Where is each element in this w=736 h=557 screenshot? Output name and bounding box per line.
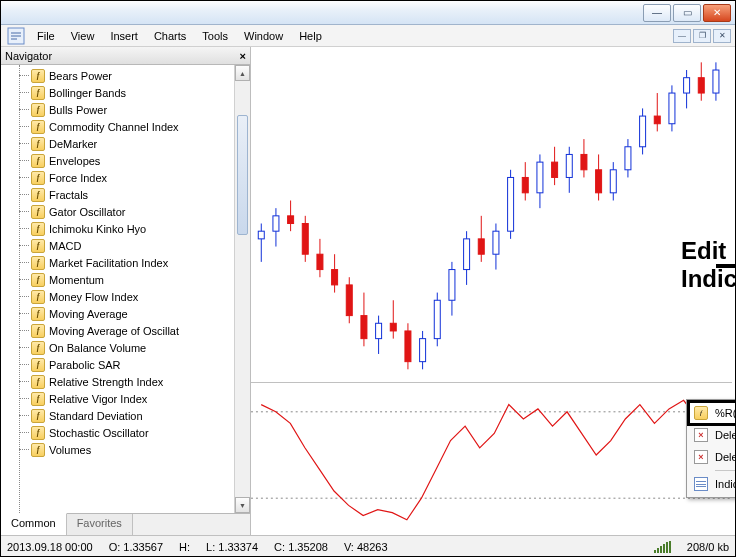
indicator-item[interactable]: fMoving Average of Oscillat bbox=[31, 322, 250, 339]
indicator-icon: f bbox=[31, 256, 45, 270]
mdi-close-button[interactable]: ✕ bbox=[713, 29, 731, 43]
indicator-icon: f bbox=[31, 290, 45, 304]
indicator-icon: f bbox=[31, 86, 45, 100]
indicator-item[interactable]: fIchimoku Kinko Hyo bbox=[31, 220, 250, 237]
indicator-label: Market Facilitation Index bbox=[49, 257, 168, 269]
properties-icon: f bbox=[693, 405, 709, 421]
indicator-item[interactable]: fVolumes bbox=[31, 441, 250, 458]
scroll-down-icon[interactable]: ▼ bbox=[235, 497, 250, 513]
indicator-item[interactable]: fEnvelopes bbox=[31, 152, 250, 169]
indicator-label: Volumes bbox=[49, 444, 91, 456]
indicator-item[interactable]: fMoving Average bbox=[31, 305, 250, 322]
status-date: 2013.09.18 00:00 bbox=[7, 541, 93, 553]
indicator-label: Standard Deviation bbox=[49, 410, 143, 422]
svg-rect-12 bbox=[332, 270, 338, 285]
svg-rect-60 bbox=[684, 78, 690, 93]
navigator-tree[interactable]: fBears PowerfBollinger BandsfBulls Power… bbox=[1, 65, 250, 513]
indicator-item[interactable]: fStandard Deviation bbox=[31, 407, 250, 424]
navigator-scrollbar[interactable]: ▲ ▼ bbox=[234, 65, 250, 513]
tab-common[interactable]: Common bbox=[1, 513, 67, 535]
indicator-icon: f bbox=[31, 222, 45, 236]
svg-rect-2 bbox=[258, 231, 264, 239]
indicator-icon: f bbox=[31, 358, 45, 372]
indicator-label: Bollinger Bands bbox=[49, 87, 126, 99]
menu-help[interactable]: Help bbox=[291, 27, 330, 45]
svg-rect-56 bbox=[654, 116, 660, 124]
svg-rect-42 bbox=[552, 162, 558, 177]
indicator-item[interactable]: fDeMarker bbox=[31, 135, 250, 152]
svg-rect-46 bbox=[581, 154, 587, 169]
svg-rect-6 bbox=[288, 216, 294, 224]
indicator-label: Bulls Power bbox=[49, 104, 107, 116]
indicator-item[interactable]: fCommodity Channel Index bbox=[31, 118, 250, 135]
svg-rect-8 bbox=[302, 224, 308, 255]
indicator-icon: f bbox=[31, 239, 45, 253]
indicator-item[interactable]: fMarket Facilitation Index bbox=[31, 254, 250, 271]
indicator-item[interactable]: fForce Index bbox=[31, 169, 250, 186]
close-button[interactable]: ✕ bbox=[703, 4, 731, 22]
indicator-item[interactable]: fStochastic Oscillator bbox=[31, 424, 250, 441]
indicator-icon: f bbox=[31, 426, 45, 440]
status-close: C: 1.35208 bbox=[274, 541, 328, 553]
indicator-item[interactable]: fGator Oscillator bbox=[31, 203, 250, 220]
ctx-properties[interactable]: f %R(14) properties... bbox=[689, 402, 736, 424]
indicator-item[interactable]: fParabolic SAR bbox=[31, 356, 250, 373]
indicator-label: Stochastic Oscillator bbox=[49, 427, 149, 439]
indicator-label: Relative Vigor Index bbox=[49, 393, 147, 405]
indicator-label: Money Flow Index bbox=[49, 291, 138, 303]
delete-icon: × bbox=[693, 427, 709, 443]
indicator-icon: f bbox=[31, 69, 45, 83]
app-icon bbox=[7, 27, 25, 45]
navigator-tabs: Common Favorites bbox=[1, 513, 250, 535]
indicator-item[interactable]: fBollinger Bands bbox=[31, 84, 250, 101]
context-menu: f %R(14) properties... × Delete Indicato… bbox=[686, 399, 736, 498]
svg-rect-20 bbox=[390, 323, 396, 331]
svg-rect-48 bbox=[596, 170, 602, 193]
status-high: H: bbox=[179, 541, 190, 553]
indicator-item[interactable]: fMomentum bbox=[31, 271, 250, 288]
indicator-icon: f bbox=[31, 103, 45, 117]
maximize-button[interactable]: ▭ bbox=[673, 4, 701, 22]
list-icon bbox=[693, 476, 709, 492]
svg-rect-22 bbox=[405, 331, 411, 362]
indicator-icon: f bbox=[31, 375, 45, 389]
svg-rect-36 bbox=[508, 177, 514, 231]
ctx-delete-indicator[interactable]: × Delete Indicator bbox=[689, 424, 736, 446]
ctx-delete-window[interactable]: × Delete Indicator Window bbox=[689, 446, 736, 468]
minimize-button[interactable]: — bbox=[643, 4, 671, 22]
menu-insert[interactable]: Insert bbox=[102, 27, 146, 45]
indicator-item[interactable]: fRelative Strength Index bbox=[31, 373, 250, 390]
indicator-icon: f bbox=[31, 307, 45, 321]
menu-file[interactable]: File bbox=[29, 27, 63, 45]
status-volume: V: 48263 bbox=[344, 541, 388, 553]
mdi-minimize-button[interactable]: — bbox=[673, 29, 691, 43]
indicator-item[interactable]: fOn Balance Volume bbox=[31, 339, 250, 356]
ctx-indicators-list[interactable]: Indicators List Ctrl+I bbox=[689, 473, 736, 495]
delete-window-icon: × bbox=[693, 449, 709, 465]
indicator-chart[interactable] bbox=[251, 382, 732, 527]
indicator-item[interactable]: fMACD bbox=[31, 237, 250, 254]
svg-rect-32 bbox=[478, 239, 484, 254]
menu-tools[interactable]: Tools bbox=[194, 27, 236, 45]
svg-rect-44 bbox=[566, 154, 572, 177]
menu-charts[interactable]: Charts bbox=[146, 27, 194, 45]
scroll-up-icon[interactable]: ▲ bbox=[235, 65, 250, 81]
indicator-item[interactable]: fFractals bbox=[31, 186, 250, 203]
menu-window[interactable]: Window bbox=[236, 27, 291, 45]
indicator-item[interactable]: fRelative Vigor Index bbox=[31, 390, 250, 407]
menu-view[interactable]: View bbox=[63, 27, 103, 45]
chart-area[interactable]: Edit Indicator f %R(14) properties... × … bbox=[251, 47, 735, 535]
svg-rect-24 bbox=[420, 339, 426, 362]
navigator-title: Navigator bbox=[5, 50, 52, 62]
indicator-item[interactable]: fMoney Flow Index bbox=[31, 288, 250, 305]
mdi-restore-button[interactable]: ❐ bbox=[693, 29, 711, 43]
price-chart[interactable] bbox=[251, 47, 735, 377]
scroll-thumb[interactable] bbox=[237, 115, 248, 235]
indicator-label: Parabolic SAR bbox=[49, 359, 121, 371]
navigator-close-icon[interactable]: × bbox=[240, 50, 246, 62]
indicator-icon: f bbox=[31, 392, 45, 406]
tab-favorites[interactable]: Favorites bbox=[67, 514, 133, 535]
indicator-item[interactable]: fBears Power bbox=[31, 67, 250, 84]
indicator-item[interactable]: fBulls Power bbox=[31, 101, 250, 118]
indicator-icon: f bbox=[31, 154, 45, 168]
